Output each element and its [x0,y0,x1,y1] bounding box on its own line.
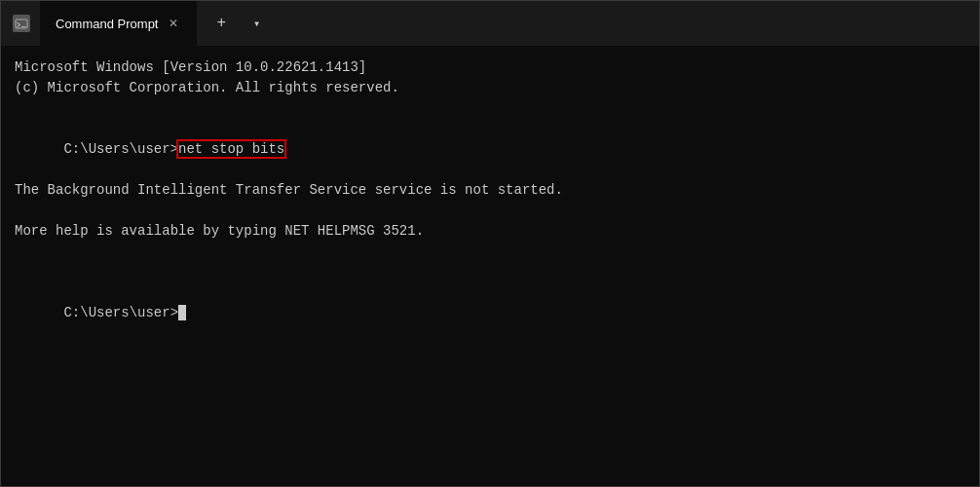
prompt-1: C:\Users\user> [63,141,178,157]
new-tab-button[interactable]: + [207,1,236,46]
terminal-line-2: (c) Microsoft Corporation. All rights re… [15,78,965,98]
terminal-line-6: More help is available by typing NET HEL… [15,221,965,242]
titlebar: Command Prompt ✕ + ▾ [1,1,979,46]
cursor [178,305,186,320]
prompt-2: C:\Users\user> [63,305,178,320]
terminal-blank-2 [15,201,965,221]
terminal-line-1: Microsoft Windows [Version 10.0.22621.14… [15,57,965,78]
terminal-command-line: C:\Users\user>net stop bits [15,119,965,180]
cmd-icon [13,15,30,32]
terminal-prompt-line: C:\Users\user> [15,282,965,344]
tab-close-button[interactable]: ✕ [166,16,181,31]
terminal-blank-3 [15,242,965,262]
titlebar-left: Command Prompt ✕ + ▾ [13,1,268,46]
terminal-body[interactable]: Microsoft Windows [Version 10.0.22621.14… [1,46,979,486]
active-tab[interactable]: Command Prompt ✕ [40,1,197,46]
command-text: net stop bits [178,141,284,157]
terminal-blank-4 [15,262,965,282]
tab-title: Command Prompt [56,17,158,31]
cmd-window: Command Prompt ✕ + ▾ Microsoft Windows [… [0,0,980,487]
terminal-line-4: The Background Intelligent Transfer Serv… [15,180,965,201]
titlebar-dropdown-button[interactable]: ▾ [245,1,268,46]
terminal-blank-1 [15,98,965,119]
